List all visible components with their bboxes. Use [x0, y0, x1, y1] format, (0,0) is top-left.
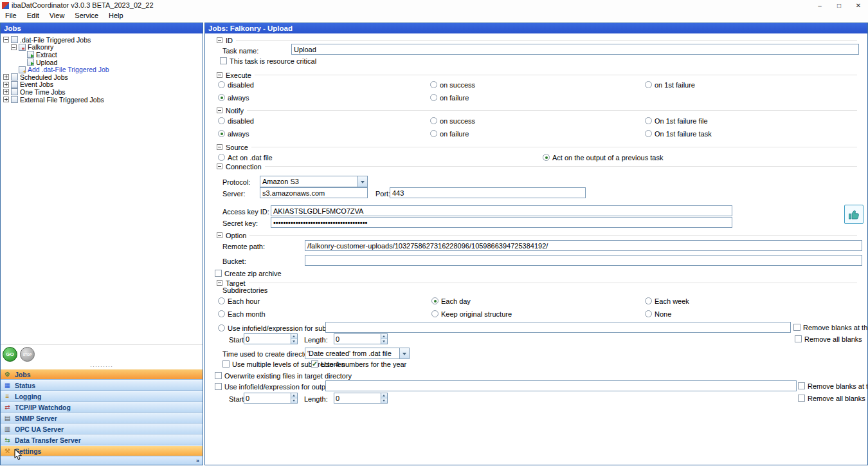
- spinner-buttons[interactable]: [291, 334, 297, 344]
- sidebar-item-jobs[interactable]: ⚙ Jobs: [1, 369, 203, 380]
- checkbox-icon: [798, 395, 805, 402]
- target-each-month-radio[interactable]: Each month: [218, 310, 266, 318]
- output-filename-expression-input[interactable]: [325, 380, 797, 391]
- remote-path-input[interactable]: [305, 240, 862, 251]
- target-none-radio[interactable]: None: [645, 310, 671, 318]
- length-input[interactable]: [334, 334, 381, 344]
- expand-icon[interactable]: [3, 97, 9, 102]
- output-remove-blanks-end-checkbox[interactable]: Remove blanks at the end: [798, 382, 867, 390]
- collapse-icon[interactable]: [217, 144, 222, 150]
- output-start-spinner[interactable]: [244, 393, 298, 404]
- radio-icon: [645, 130, 652, 137]
- tree-item-extract[interactable]: Extract: [1, 51, 203, 59]
- notify-always-radio[interactable]: always: [218, 129, 249, 138]
- execute-on-1st-failure-radio[interactable]: on 1st failure: [645, 80, 695, 89]
- sidebar-item-opc-ua-server[interactable]: ▥ OPC UA Server: [1, 424, 203, 434]
- start-input[interactable]: [244, 393, 291, 403]
- tree-item-one-time-jobs[interactable]: One Time Jobs: [1, 88, 203, 96]
- tree-item-scheduled-jobs[interactable]: Scheduled Jobs: [1, 73, 203, 81]
- menu-edit[interactable]: Edit: [22, 10, 44, 21]
- task-name-input[interactable]: [291, 44, 859, 55]
- target-remove-all-blanks-checkbox[interactable]: Remove all blanks: [795, 335, 862, 343]
- spinner-buttons[interactable]: [291, 393, 297, 403]
- subdirectory-expression-input[interactable]: [325, 322, 791, 333]
- minimize-button[interactable]: –: [810, 1, 829, 10]
- tree-item-falkonry[interactable]: Falkonry: [1, 44, 203, 51]
- server-input[interactable]: [260, 187, 368, 198]
- execute-disabled-radio[interactable]: disabled: [218, 80, 254, 89]
- protocol-select[interactable]: Amazon S3: [260, 176, 368, 187]
- spinner-buttons[interactable]: [381, 334, 387, 344]
- splitter-handle[interactable]: [1, 364, 203, 369]
- expand-icon[interactable]: [3, 74, 9, 80]
- resource-critical-checkbox[interactable]: This task is resource critical: [220, 57, 316, 65]
- collapse-icon[interactable]: [217, 163, 222, 169]
- length-input[interactable]: [334, 393, 381, 403]
- go-button[interactable]: GO: [3, 347, 17, 362]
- sidebar-item-data-transfer-server[interactable]: ⇆ Data Transfer Server: [1, 434, 203, 445]
- section-header-notify: Notify: [217, 107, 857, 114]
- execute-on-success-radio[interactable]: on success: [430, 80, 475, 89]
- sidebar-item-settings[interactable]: ⚒ Settings: [1, 445, 203, 456]
- access-key-input[interactable]: [271, 205, 732, 216]
- stop-button[interactable]: STOP: [20, 347, 35, 362]
- menu-help[interactable]: Help: [104, 10, 129, 21]
- logging-icon: ≡: [3, 393, 12, 400]
- expand-icon[interactable]: [3, 89, 9, 95]
- tree-item-event-jobs[interactable]: Event Jobs: [1, 81, 203, 89]
- maximize-button[interactable]: □: [829, 1, 849, 10]
- test-connection-button[interactable]: [844, 205, 863, 224]
- port-input[interactable]: [390, 187, 586, 198]
- collapse-icon[interactable]: [217, 37, 222, 43]
- tree-item-upload[interactable]: Upload: [1, 59, 203, 66]
- source-dat-file-radio[interactable]: Act on .dat file: [218, 153, 273, 162]
- close-button[interactable]: ✕: [849, 1, 868, 10]
- output-remove-all-blanks-checkbox[interactable]: Remove all blanks: [798, 394, 865, 402]
- sidebar-item-snmp-server[interactable]: ▤ SNMP Server: [1, 413, 203, 424]
- sidebar-item-status[interactable]: ▦ Status: [1, 380, 203, 391]
- execute-always-radio[interactable]: always: [218, 93, 249, 102]
- time-directory-select[interactable]: 'Date created' from .dat file: [305, 348, 410, 359]
- notify-disabled-radio[interactable]: disabled: [218, 116, 254, 125]
- target-length-spinner[interactable]: [334, 333, 388, 344]
- collapse-icon[interactable]: [217, 107, 222, 113]
- target-each-hour-radio[interactable]: Each hour: [218, 297, 260, 305]
- target-each-day-radio[interactable]: Each day: [431, 297, 471, 305]
- overwrite-existing-checkbox[interactable]: Overwrite existing files in target direc…: [215, 371, 352, 380]
- secret-key-input[interactable]: [271, 217, 732, 228]
- tree-item-add-dat-file-triggered-job[interactable]: Add .dat-File Triggered Job: [1, 66, 203, 73]
- target-remove-blanks-end-checkbox[interactable]: Remove blanks at the end: [793, 323, 867, 331]
- notify-on-1st-failure-task-radio[interactable]: On 1st failure task: [645, 129, 712, 138]
- protocol-label: Protocol:: [222, 178, 250, 186]
- tree-item-dat-file-triggered-jobs[interactable]: .dat-File Triggered Jobs: [1, 36, 203, 44]
- notify-on-success-radio[interactable]: on success: [430, 116, 475, 125]
- radio-icon: [218, 310, 225, 317]
- mouse-cursor: [14, 449, 23, 461]
- execute-on-failure-radio[interactable]: on failure: [430, 93, 469, 102]
- menu-file[interactable]: File: [0, 10, 22, 21]
- notify-on-1st-failure-file-radio[interactable]: On 1st failure file: [645, 116, 708, 125]
- target-start-spinner[interactable]: [244, 333, 298, 344]
- sidebar-item-tcpip-watchdog[interactable]: ⇄ TCP/IP Watchdog: [1, 402, 203, 413]
- notify-on-failure-radio[interactable]: on failure: [430, 129, 469, 138]
- start-input[interactable]: [244, 334, 291, 344]
- menu-view[interactable]: View: [44, 10, 70, 21]
- source-previous-task-radio[interactable]: Act on the output of a previous task: [543, 153, 663, 162]
- collapse-icon[interactable]: [3, 37, 9, 42]
- collapse-icon[interactable]: [217, 232, 222, 238]
- expander-chevron-icon[interactable]: »: [196, 458, 199, 464]
- spinner-buttons[interactable]: [381, 393, 387, 403]
- sidebar-item-logging[interactable]: ≡ Logging: [1, 391, 203, 402]
- collapse-icon[interactable]: [11, 44, 17, 50]
- collapse-icon[interactable]: [217, 280, 222, 286]
- expand-icon[interactable]: [3, 82, 9, 88]
- target-keep-original-radio[interactable]: Keep original structure: [431, 310, 512, 318]
- create-zip-checkbox[interactable]: Create zip archive: [215, 269, 282, 277]
- year-4-digits-checkbox[interactable]: Use 4 numbers for the year: [311, 360, 406, 368]
- collapse-icon[interactable]: [217, 72, 222, 78]
- target-each-week-radio[interactable]: Each week: [645, 297, 689, 305]
- menu-service[interactable]: Service: [69, 10, 104, 21]
- bucket-input[interactable]: [305, 255, 862, 266]
- output-length-spinner[interactable]: [334, 393, 388, 404]
- tree-item-external-file-triggered-jobs[interactable]: External File Triggered Jobs: [1, 96, 203, 104]
